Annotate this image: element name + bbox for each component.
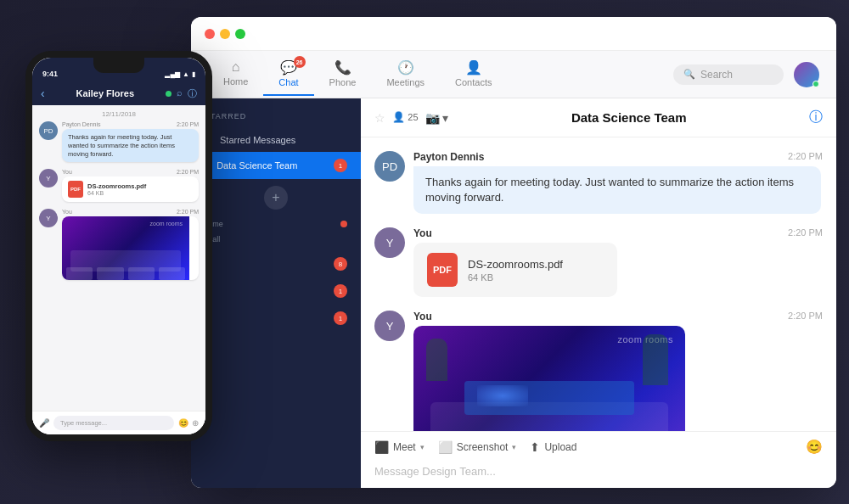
phone-bubble-1: Thanks again for meeting today. Just wan… [62, 129, 199, 162]
phone-input-field[interactable]: Type message... [53, 416, 174, 430]
star-header-icon[interactable]: ☆ [374, 111, 385, 125]
sidebar-add-channel-button[interactable]: + [264, 186, 288, 210]
phone-room-chairs [66, 267, 185, 280]
msg-body-1: Payton Dennis 2:20 PM Thanks again for m… [413, 151, 823, 214]
chat-panel: ☆ 👤 25 📷 ▾ Data Science Team ⓘ PD Pay [361, 98, 836, 488]
nav-search[interactable]: 🔍 Search [673, 64, 784, 85]
home-icon: ⌂ [232, 59, 240, 75]
msg-file-card[interactable]: PDF DS-zoomrooms.pdf 64 KB [413, 243, 617, 297]
msg-time-1: 2:20 PM [788, 151, 823, 163]
nav-item-chat[interactable]: 💬 Chat 26 [263, 53, 313, 96]
phone-header: ‹ Kailey Flores ⌕ ⓘ [32, 81, 205, 105]
phone-add-icon[interactable]: ⊕ [192, 418, 199, 428]
sidebar-item-badge-1a[interactable]: 1 [191, 277, 361, 305]
chat-header: ☆ 👤 25 📷 ▾ Data Science Team ⓘ [361, 98, 836, 137]
phone-emoji-icon[interactable]: 😊 [178, 418, 188, 428]
phone-search-icon[interactable]: ⌕ [177, 87, 183, 100]
chat-title: Data Science Team [457, 110, 801, 125]
phone-time-2: 2:20 PM [177, 169, 199, 175]
phone-msg-meta-2: You 2:20 PM [62, 169, 199, 175]
img-conference-desk [430, 402, 668, 431]
phone-zoom-logo: zoom rooms [149, 221, 183, 227]
chat-info-button[interactable]: ⓘ [809, 109, 823, 126]
msg-sender-3: You [413, 311, 432, 322]
window-controls [205, 29, 245, 39]
upload-label: Upload [544, 441, 576, 453]
sidebar-badge-8: 8 [334, 257, 347, 271]
phone-message-2: Y You 2:20 PM PDF DS-zoomrooms.pdf 64 KB [39, 169, 199, 202]
phone-chair-2 [97, 267, 123, 280]
msg-avatar-payton: PD [374, 151, 405, 182]
sidebar-mention-all: @all [191, 232, 361, 247]
meet-action[interactable]: ⬛ Meet ▾ [374, 440, 424, 454]
chat-footer: ⬛ Meet ▾ ⬜ Screenshot ▾ ⬆ Upload [361, 431, 836, 488]
phone-time-1: 2:20 PM [177, 121, 199, 127]
chat-messages: PD Payton Dennis 2:20 PM Thanks again fo… [361, 137, 836, 431]
msg-time-3: 2:20 PM [788, 311, 823, 322]
img-screen [464, 381, 634, 415]
pdf-icon-large: PDF [427, 253, 458, 287]
phone-sender-2: You [62, 169, 72, 175]
camera-icon[interactable]: 📷 ▾ [425, 111, 449, 125]
chat-msg-row-3: Y You 2:20 PM zoom rooms [374, 311, 823, 431]
members-icon[interactable]: 👤 25 [392, 111, 419, 125]
phone-bottom-bar: 🎤 Type message... 😊 ⊕ [32, 411, 205, 434]
mention-me-dot [340, 221, 347, 227]
sidebar-item-badge-1b[interactable]: 1 [191, 305, 361, 332]
phone-file-info: DS-zoomrooms.pdf 64 KB [87, 182, 146, 196]
nav-avatar[interactable] [794, 62, 819, 87]
sidebar-section-starred: STARRED [191, 109, 361, 127]
nav-items: ⌂ Home 💬 Chat 26 📞 Phone 🕐 Meetings [208, 53, 673, 96]
phone-mic-icon[interactable]: 🎤 [39, 418, 49, 428]
sidebar-badge-1: 1 [334, 159, 347, 172]
phone-msg-content-1: Payton Dennis 2:20 PM Thanks again for m… [62, 121, 199, 162]
phone-msg-content-2: You 2:20 PM PDF DS-zoomrooms.pdf 64 KB [62, 169, 199, 202]
window-maximize-button[interactable] [235, 29, 245, 39]
img-plant-left [426, 339, 447, 381]
phone-pdf-icon: PDF [68, 181, 83, 198]
window-close-button[interactable] [205, 29, 215, 39]
app-title-bar [191, 17, 836, 51]
app-body: STARRED ★ Starred Messages # Data Scienc… [191, 98, 836, 488]
nav-item-home[interactable]: ⌂ Home [208, 53, 263, 96]
phone-contact-name: Kailey Flores [50, 88, 160, 98]
chat-input-area[interactable]: Message Design Team... [374, 460, 823, 481]
emoji-icon[interactable]: 😊 [806, 439, 823, 455]
sidebar-item-starred[interactable]: ★ Starred Messages [191, 127, 361, 152]
phone-bottom-icons: 😊 ⊕ [178, 418, 199, 428]
desktop-app: ⌂ Home 💬 Chat 26 📞 Phone 🕐 Meetings [191, 17, 836, 488]
msg-time-2: 2:20 PM [788, 227, 823, 239]
phone-icon: 📞 [335, 59, 351, 76]
phone-mockup: 9:41 ▂▄▆ ▲ ▮ ‹ Kailey Flores ⌕ ⓘ 12/11/2… [25, 51, 212, 441]
phone-status-time: 9:41 [42, 70, 58, 78]
upload-action[interactable]: ⬆ Upload [530, 440, 576, 454]
phone-avatar-payton: PD [39, 121, 58, 140]
sidebar-item-badge-8[interactable]: 8 [191, 250, 361, 277]
nav-avatar-online-dot [812, 81, 819, 87]
msg-meta-2: You 2:20 PM [413, 227, 823, 239]
phone-header-icons: ⌕ ⓘ [177, 87, 197, 100]
window-minimize-button[interactable] [220, 29, 230, 39]
screenshot-action[interactable]: ⬜ Screenshot ▾ [438, 440, 517, 454]
phone-time-3: 2:20 PM [177, 209, 199, 215]
phone-messages: PD Payton Dennis 2:20 PM Thanks again fo… [32, 121, 205, 411]
nav-item-phone[interactable]: 📞 Phone [314, 53, 372, 96]
phone-chair-4 [159, 267, 185, 280]
phone-date-divider: 12/11/2018 [32, 105, 205, 121]
img-screen-glow [477, 385, 528, 406]
phone-avatar-you-3: Y [39, 209, 58, 227]
phone-info-icon[interactable]: ⓘ [188, 87, 197, 100]
phone-back-button[interactable]: ‹ [41, 87, 45, 100]
battery-icon: ▮ [192, 70, 195, 78]
msg-bubble-1: Thanks again for meeting today. Just wan… [413, 166, 821, 214]
chat-header-left-icons: ☆ 👤 25 📷 ▾ [374, 111, 448, 125]
msg-meta-1: Payton Dennis 2:20 PM [413, 151, 823, 163]
sidebar-badge-1a: 1 [334, 284, 347, 298]
search-placeholder: Search [700, 69, 733, 81]
nav-item-meetings[interactable]: 🕐 Meetings [371, 53, 440, 96]
nav-item-contacts[interactable]: 👤 Contacts [440, 53, 507, 96]
sidebar-item-data-science[interactable]: # Data Science Team 1 [191, 152, 361, 179]
phone-message-1: PD Payton Dennis 2:20 PM Thanks again fo… [39, 121, 199, 162]
sidebar: STARRED ★ Starred Messages # Data Scienc… [191, 98, 361, 488]
phone-msg-meta-3: You 2:20 PM [62, 209, 199, 215]
